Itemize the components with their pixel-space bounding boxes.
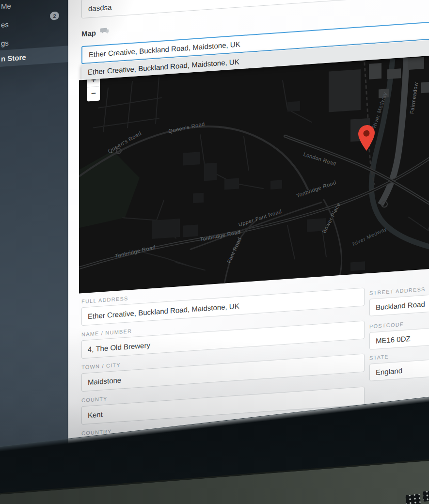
field-label-street-address: STREET ADDRESS	[369, 282, 429, 296]
map-field-header: Map	[81, 27, 109, 38]
sidebar-item-label: es	[1, 20, 9, 29]
sidebar: Me es 2 gs n Store	[0, 0, 68, 493]
sidebar-item-label: gs	[1, 38, 9, 47]
zoom-out-button[interactable]: −	[87, 87, 100, 101]
map-field-label: Map	[81, 29, 96, 38]
count-badge: 2	[50, 11, 59, 20]
sidebar-item-label: Me	[1, 1, 11, 10]
laptop-photo: Me es 2 gs n Store Map	[0, 0, 429, 504]
text-field-input[interactable]	[81, 0, 429, 18]
sidebar-item-label: n Store	[1, 53, 26, 63]
sidebar-item-es[interactable]: es 2	[0, 12, 68, 33]
field-label-postcode: POSTCODE	[369, 315, 429, 330]
map-marker-pin	[357, 124, 376, 153]
comment-bubble-icon[interactable]	[100, 27, 109, 37]
map-canvas[interactable]: Queen's Road Queen's Road Tonbridge Road…	[79, 52, 429, 293]
